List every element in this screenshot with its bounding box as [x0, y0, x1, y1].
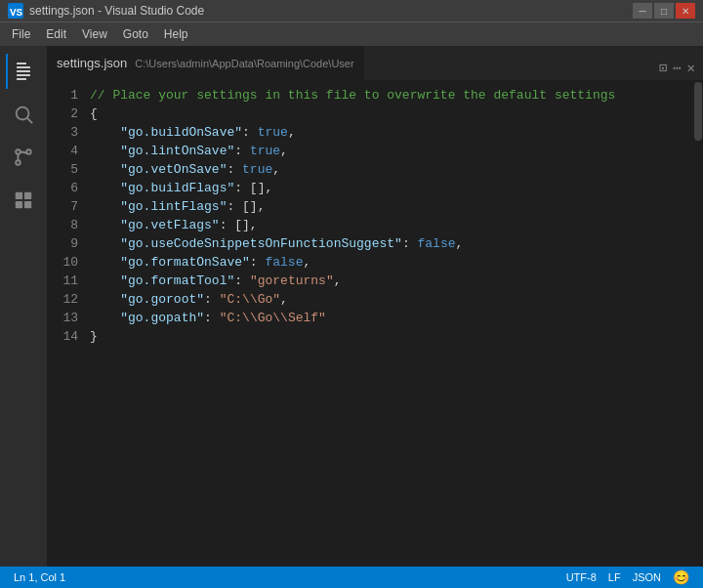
maximize-button[interactable]: □ [654, 3, 674, 19]
title-bar-left: VS settings.json - Visual Studio Code [8, 3, 204, 19]
line-numbers: 1 2 3 4 5 6 7 8 9 10 11 12 13 14 [47, 80, 86, 567]
scrollbar-thumb[interactable] [694, 82, 702, 141]
svg-rect-14 [24, 192, 31, 199]
editor-tab[interactable]: settings.json C:\Users\admin\AppData\Roa… [47, 46, 365, 80]
svg-point-7 [17, 107, 29, 120]
source-control-activity-icon[interactable] [6, 140, 41, 175]
close-tab-icon[interactable]: ✕ [687, 60, 695, 76]
editor-area: settings.json C:\Users\admin\AppData\Roa… [47, 46, 703, 567]
svg-rect-3 [17, 66, 30, 68]
svg-point-11 [26, 149, 31, 154]
activity-bar [0, 46, 47, 567]
minimize-button[interactable]: ─ [633, 3, 652, 19]
svg-rect-5 [17, 74, 30, 76]
svg-rect-4 [17, 70, 30, 72]
window-controls: ─ □ ✕ [633, 3, 695, 19]
tab-path: C:\Users\admin\AppData\Roaming\Code\User [135, 58, 353, 69]
status-smiley[interactable]: 😊 [667, 569, 695, 585]
menu-file[interactable]: File [4, 25, 38, 43]
status-language[interactable]: JSON [627, 571, 667, 583]
status-position[interactable]: Ln 1, Col 1 [8, 567, 71, 588]
vscode-icon: VS [8, 3, 23, 19]
main-area: settings.json C:\Users\admin\AppData\Roa… [0, 46, 703, 567]
split-editor-icon[interactable]: ⊡ [659, 60, 667, 76]
menu-help[interactable]: Help [156, 25, 196, 43]
menu-view[interactable]: View [74, 25, 115, 43]
svg-rect-6 [17, 78, 26, 80]
menu-goto[interactable]: Goto [115, 25, 156, 43]
svg-rect-2 [17, 63, 26, 64]
svg-line-8 [27, 118, 32, 123]
menu-bar: File Edit View Goto Help [0, 21, 703, 46]
status-encoding[interactable]: UTF-8 [560, 571, 602, 583]
close-button[interactable]: ✕ [676, 3, 695, 19]
status-line-ending[interactable]: LF [602, 571, 627, 583]
status-right: UTF-8 LF JSON 😊 [560, 569, 695, 585]
vertical-scrollbar[interactable] [693, 80, 703, 567]
svg-rect-16 [24, 201, 31, 208]
search-activity-icon[interactable] [6, 97, 41, 132]
window-title: settings.json - Visual Studio Code [29, 4, 204, 18]
title-bar: VS settings.json - Visual Studio Code ─ … [0, 0, 703, 21]
svg-point-9 [16, 149, 21, 154]
svg-rect-13 [16, 192, 22, 199]
status-bar: Ln 1, Col 1 UTF-8 LF JSON 😊 [0, 567, 703, 588]
tab-bar-actions: ⊡ ⋯ ✕ [659, 60, 703, 80]
menu-edit[interactable]: Edit [38, 25, 74, 43]
explorer-activity-icon[interactable] [6, 54, 41, 89]
code-editor[interactable]: 1 2 3 4 5 6 7 8 9 10 11 12 13 14 // Plac… [47, 80, 703, 567]
more-actions-icon[interactable]: ⋯ [673, 60, 681, 76]
tab-bar: settings.json C:\Users\admin\AppData\Roa… [47, 46, 703, 80]
extensions-activity-icon[interactable] [6, 183, 41, 218]
code-content[interactable]: // Place your settings in this file to o… [86, 80, 693, 567]
svg-point-10 [16, 160, 21, 165]
svg-rect-15 [16, 201, 22, 208]
tab-filename: settings.json [57, 56, 127, 70]
svg-text:VS: VS [10, 7, 23, 19]
